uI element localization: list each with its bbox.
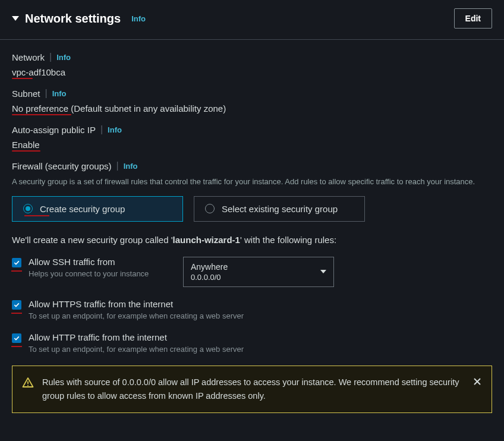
select-existing-security-group-radio[interactable]: Select existing security group xyxy=(194,196,365,222)
subnet-info-link[interactable]: Info xyxy=(52,89,67,98)
network-label: Network xyxy=(12,52,45,62)
network-value: vpc-adf10bca xyxy=(12,67,65,77)
firewall-label: Firewall (security groups) xyxy=(12,161,112,171)
ssh-content: Allow SSH traffic from Helps you connect… xyxy=(29,257,176,278)
check-icon xyxy=(13,301,20,308)
warning-box: Rules with source of 0.0.0.0/0 allow all… xyxy=(12,366,492,413)
dropdown-content: Anywhere 0.0.0.0/0 xyxy=(191,262,228,282)
http-content: Allow HTTP traffic from the internet To … xyxy=(29,332,492,354)
ssh-checkbox[interactable] xyxy=(12,258,21,267)
firewall-description: A security group is a set of firewall ru… xyxy=(12,176,492,188)
ssh-left: Allow SSH traffic from Helps you connect… xyxy=(12,257,176,278)
panel-title: Network settings xyxy=(25,12,121,26)
dropdown-main: Anywhere xyxy=(191,262,228,272)
header-info-link[interactable]: Info xyxy=(131,14,146,23)
close-icon[interactable] xyxy=(472,377,482,386)
ssh-desc: Helps you connect to your instance xyxy=(29,269,176,278)
warning-text: Rules with source of 0.0.0.0/0 allow all… xyxy=(42,376,464,403)
publicip-value: Enable xyxy=(12,140,40,150)
publicip-label-row: Auto-assign public IP | Info xyxy=(12,124,492,135)
separator: | xyxy=(116,160,119,171)
radio-circle-icon xyxy=(205,204,215,213)
sg-text-suffix: ' with the following rules: xyxy=(240,235,336,245)
header-left: Network settings Info xyxy=(12,12,146,26)
firewall-info-link[interactable]: Info xyxy=(124,162,138,171)
panel-body: Network | Info vpc-adf10bca Subnet | Inf… xyxy=(0,40,504,425)
create-security-group-radio[interactable]: Create security group xyxy=(12,196,183,222)
create-sg-label: Create security group xyxy=(40,204,125,214)
http-desc: To set up an endpoint, for example when … xyxy=(29,345,492,354)
ssh-source-dropdown[interactable]: Anywhere 0.0.0.0/0 xyxy=(183,257,334,287)
https-rule-row: Allow HTTPS traffic from the internet To… xyxy=(12,299,492,320)
http-rule-row: Allow HTTP traffic from the internet To … xyxy=(12,332,492,354)
chevron-down-icon xyxy=(320,270,326,273)
warning-icon xyxy=(22,377,34,389)
network-label-row: Network | Info xyxy=(12,52,492,62)
firewall-label-row: Firewall (security groups) | Info xyxy=(12,160,492,171)
publicip-info-link[interactable]: Info xyxy=(108,125,122,134)
ssh-rule-row: Allow SSH traffic from Helps you connect… xyxy=(12,257,492,287)
publicip-label: Auto-assign public IP xyxy=(12,125,96,135)
https-content: Allow HTTPS traffic from the internet To… xyxy=(29,299,492,320)
https-label: Allow HTTPS traffic from the internet xyxy=(29,299,492,309)
svg-point-1 xyxy=(27,385,29,386)
check-icon xyxy=(13,259,20,266)
https-checkbox[interactable] xyxy=(12,300,21,310)
network-settings-panel: Network settings Info Edit Network | Inf… xyxy=(0,0,504,425)
https-desc: To set up an endpoint, for example when … xyxy=(29,311,492,320)
sg-name: launch-wizard-1 xyxy=(173,235,240,245)
radio-circle-icon xyxy=(23,204,33,213)
edit-button[interactable]: Edit xyxy=(454,8,492,29)
http-label: Allow HTTP traffic from the internet xyxy=(29,332,492,342)
subnet-label-row: Subnet | Info xyxy=(12,88,492,99)
check-icon xyxy=(13,335,20,342)
security-group-text: We'll create a new security group called… xyxy=(12,235,492,245)
dropdown-sub: 0.0.0.0/0 xyxy=(191,273,228,282)
select-sg-label: Select existing security group xyxy=(222,204,338,214)
separator: | xyxy=(100,124,103,135)
collapse-caret-icon[interactable] xyxy=(12,16,19,21)
subnet-label: Subnet xyxy=(12,89,40,99)
subnet-value: No preference (Default subnet in any ava… xyxy=(12,103,226,114)
sg-text-prefix: We'll create a new security group called… xyxy=(12,235,173,245)
separator: | xyxy=(49,52,52,62)
http-checkbox[interactable] xyxy=(12,333,21,343)
network-info-link[interactable]: Info xyxy=(56,53,71,62)
firewall-radio-group: Create security group Select existing se… xyxy=(12,196,492,222)
separator: | xyxy=(45,88,48,99)
panel-header: Network settings Info Edit xyxy=(0,0,504,40)
ssh-label: Allow SSH traffic from xyxy=(29,257,176,267)
